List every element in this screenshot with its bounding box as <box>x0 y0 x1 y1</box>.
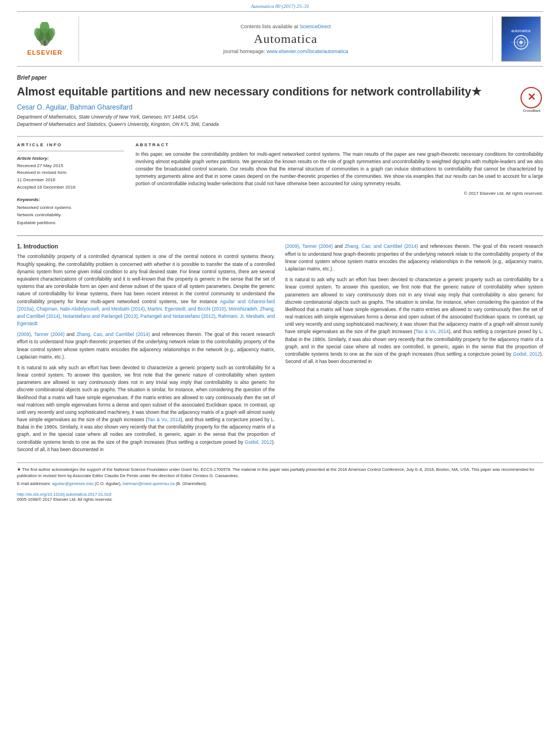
ref-right-zhang[interactable]: Zhang, Cao, and Camlibel (2014) <box>344 243 418 249</box>
history-label: Article history: <box>17 156 124 161</box>
article-info-column: ARTICLE INFO Article history: Received 2… <box>17 142 124 227</box>
article-info-abstract-section: ARTICLE INFO Article history: Received 2… <box>17 136 543 227</box>
homepage-link[interactable]: www.elsevier.com/locate/automatica <box>266 49 348 54</box>
article-type-label: Brief paper <box>17 75 543 81</box>
svg-rect-7 <box>41 42 42 46</box>
body-two-columns: 1. Introduction The controllability prop… <box>17 243 543 456</box>
cover-graphic-icon <box>510 34 532 51</box>
section-divider <box>17 235 543 236</box>
accepted-date: Accepted 16 December 2016 <box>17 184 124 191</box>
elsevier-logo: ELSEVIER <box>17 16 79 62</box>
footnote-section: ★ The first author acknowledges the supp… <box>17 462 543 487</box>
article-info-divider <box>17 151 124 151</box>
ref-2009[interactable]: (2009) <box>17 331 31 337</box>
journal-citation: Automatica 80 (2017) 25–31 <box>0 0 560 11</box>
elsevier-tree-icon <box>29 22 60 47</box>
svg-point-5 <box>49 28 55 37</box>
email-2-link[interactable]: bahman@mast.queensu.ca <box>123 481 174 486</box>
revised-date: 11 December 2016 <box>17 177 124 184</box>
body-left-column: 1. Introduction The controllability prop… <box>17 243 275 456</box>
footer-bar: http://dx.doi.org/10.1016/j.automatica.2… <box>17 492 543 502</box>
svg-point-10 <box>46 40 48 42</box>
body-right-column: (2009), Tanner (2004) and Zhang, Cao, an… <box>285 243 543 456</box>
affiliation-2: Department of Mathematics and Statistics… <box>17 121 543 128</box>
affiliation-1: Department of Mathematics, State Univers… <box>17 113 543 121</box>
intro-paragraph-1b: (2009), Tanner (2004) and Zhang, Cao, an… <box>17 331 275 361</box>
doi-link[interactable]: http://dx.doi.org/10.1016/j.automatica.2… <box>17 492 111 497</box>
ref-right-godsil[interactable]: Godsil, 2012 <box>513 351 540 357</box>
elsevier-brand-text: ELSEVIER <box>27 49 62 56</box>
email-1-link[interactable]: aguilar@geneseo.edu <box>52 481 94 486</box>
journal-center-info: Contents lists available at ScienceDirec… <box>79 16 492 62</box>
svg-point-8 <box>41 40 43 42</box>
ref-tanner-2004[interactable]: Tanner (2004) <box>34 331 64 337</box>
crossmark-badge[interactable]: ✕ CrossMark <box>520 87 543 110</box>
journal-cover: automatica <box>492 16 543 62</box>
abstract-text: In this paper, we consider the controlla… <box>135 151 543 188</box>
footnote-emails: E-mail addresses: aguilar@geneseo.edu (C… <box>17 480 543 487</box>
ref-right-tao-vu[interactable]: Tao & Vu, 2014 <box>415 329 449 334</box>
cover-image: automatica <box>501 16 541 62</box>
article-title: Almost equitable partitions and new nece… <box>17 84 543 99</box>
homepage-line: journal homepage: www.elsevier.com/locat… <box>223 49 348 54</box>
page: Automatica 80 (2017) 25–31 ELSEVIER <box>0 0 560 747</box>
keyword-3: Equitable partitions <box>17 219 124 227</box>
keyword-2: Network controllability <box>17 211 124 219</box>
article-info-heading: ARTICLE INFO <box>17 142 124 147</box>
received-date: Received 27 May 2015 <box>17 163 124 170</box>
ref-tao-vu[interactable]: Tao & Vu, 2014 <box>147 417 181 422</box>
contents-available-text: Contents lists available at ScienceDirec… <box>240 24 331 29</box>
ref-martini-2010[interactable]: Martini, Egerstedt, and Bicchi (2010) <box>147 306 226 312</box>
ref-parlangeli-2012[interactable]: Parlangeli and Notarstefano (2012) <box>141 313 216 319</box>
ref-right-2009[interactable]: (2009) <box>285 243 299 249</box>
journal-header: ELSEVIER Contents lists available at Sci… <box>17 11 543 67</box>
intro-paragraph-1: The controllability property of a contro… <box>17 253 275 327</box>
issn-text: 0005-1098/© 2017 Elsevier Ltd. All right… <box>17 497 112 502</box>
intro-paragraph-2: It is natural to ask why such an effort … <box>17 364 275 453</box>
footnote-star-note: ★ The first author acknowledges the supp… <box>17 466 543 479</box>
ref-notarstefano-2013[interactable]: Notarstefano and Parlangeli (2013) <box>63 313 138 319</box>
keyword-1: Networked control systems <box>17 204 124 212</box>
received-revised-label: Received in revised form <box>17 169 124 177</box>
ref-zhang-2014[interactable]: Zhang, Cao, and Camlibel (2014) <box>76 331 150 337</box>
intro-section-title: 1. Introduction <box>17 243 275 250</box>
article-main-content: Brief paper Almost equitable partitions … <box>17 67 543 226</box>
ref-godsil[interactable]: Godsil, 2012 <box>245 439 272 445</box>
right-col-para-1: (2009), Tanner (2004) and Zhang, Cao, an… <box>285 243 543 273</box>
abstract-column: ABSTRACT In this paper, we consider the … <box>135 142 543 227</box>
ref-chapman-2014[interactable]: Chapman, Nabi-Abdolyousefi, and Mesbahi … <box>36 306 145 312</box>
journal-citation-text: Automatica 80 (2017) 25–31 <box>251 3 309 9</box>
abstract-heading: ABSTRACT <box>135 142 543 147</box>
right-col-para-2: It is natural to ask why such an effort … <box>285 276 543 365</box>
ref-right-tanner[interactable]: Tanner (2004) <box>302 243 333 249</box>
journal-title: Automatica <box>254 32 318 46</box>
keywords-label: Keywords: <box>17 197 124 202</box>
sciencedirect-link[interactable]: ScienceDirect <box>300 24 331 29</box>
svg-point-4 <box>34 28 40 37</box>
copyright-line: © 2017 Elsevier Ltd. All rights reserved… <box>135 191 543 196</box>
authors: Cesar O. Aguilar, Bahman Gharesifard <box>17 103 543 111</box>
svg-rect-9 <box>46 42 48 46</box>
